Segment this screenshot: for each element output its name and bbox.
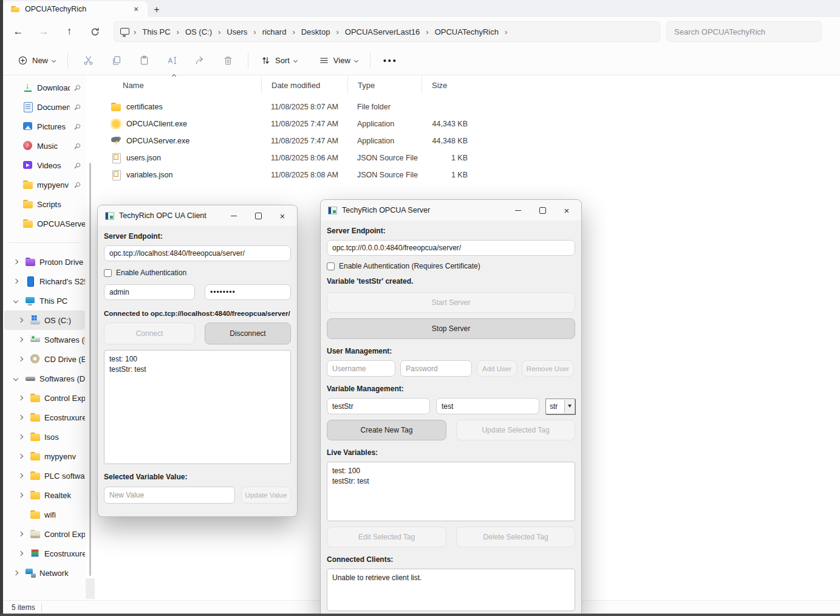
chevron-right-icon[interactable]	[13, 259, 18, 264]
column-header-date[interactable]: Date modified	[261, 77, 347, 94]
disconnect-button[interactable]: Disconnect	[205, 323, 291, 344]
file-row-users-json[interactable]: users.json 11/08/2025 8:06 AM JSON Sourc…	[95, 149, 840, 166]
chevron-right-icon[interactable]	[13, 279, 18, 284]
column-header-size[interactable]: Size	[422, 77, 474, 94]
password-field[interactable]	[400, 360, 472, 377]
sidebar-item-phone[interactable]: Richard's S25 Ult	[4, 272, 85, 291]
sidebar-item-ecostruxure-rar[interactable]: Ecostruxure_C	[4, 544, 85, 563]
copy-button[interactable]	[105, 50, 127, 71]
breadcrumb-os-c[interactable]: OS (C:)	[180, 26, 217, 38]
connect-button[interactable]: Connect	[104, 323, 195, 344]
sidebar-item-realtek[interactable]: Realtek	[4, 485, 85, 505]
chevron-right-icon[interactable]	[18, 473, 23, 478]
sidebar-item-mypyenv[interactable]: mypyenv	[4, 447, 85, 466]
close-button[interactable]: ×	[270, 207, 295, 224]
file-row-opcuaserver-exe[interactable]: OPCUAServer.exe 11/08/2025 7:47 AM Appli…	[95, 132, 840, 149]
breadcrumb-richard[interactable]: richard	[258, 26, 292, 38]
back-button[interactable]: ←	[8, 21, 29, 42]
client-variables-list[interactable]: test: 100 testStr: test	[104, 350, 291, 464]
more-options-button[interactable]: •••	[380, 50, 401, 71]
file-row-opcuaclient-exe[interactable]: OPCUAClient.exe 11/08/2025 7:47 AM Appli…	[95, 115, 840, 132]
sidebar-item-plc-software[interactable]: PLC software	[4, 466, 85, 485]
chevron-right-icon[interactable]	[18, 357, 23, 361]
chevron-right-icon[interactable]	[18, 434, 23, 439]
list-item[interactable]: test: 100	[109, 354, 285, 364]
search-box[interactable]	[666, 21, 822, 42]
tag-type-select[interactable]: str	[545, 399, 575, 414]
sidebar-item-proton-drive[interactable]: Proton Drive	[4, 252, 85, 272]
start-server-button[interactable]: Start Server	[327, 292, 575, 313]
sidebar-scrollbar-track[interactable]	[86, 578, 95, 599]
sidebar-item-network[interactable]: Network	[4, 563, 85, 583]
new-value-input[interactable]	[104, 487, 235, 504]
chevron-right-icon[interactable]	[18, 454, 23, 459]
update-tag-button[interactable]: Update Selected Tag	[456, 420, 575, 440]
edit-tag-button[interactable]: Edit Selected Tag	[327, 527, 446, 547]
maximize-button[interactable]	[246, 207, 270, 224]
explorer-tab[interactable]: OPCUATechyRich ×	[3, 1, 148, 17]
chevron-right-icon[interactable]	[18, 493, 23, 498]
breadcrumb-this-pc[interactable]: This PC	[137, 26, 175, 38]
chevron-right-icon[interactable]	[18, 395, 23, 400]
dropdown-arrow-icon[interactable]	[564, 400, 574, 413]
sidebar-item-videos[interactable]: Videos	[4, 156, 85, 175]
tab-close-icon[interactable]: ×	[131, 4, 142, 15]
rename-button[interactable]	[161, 50, 183, 71]
chevron-right-icon[interactable]	[18, 415, 23, 420]
create-tag-button[interactable]: Create New Tag	[327, 420, 446, 440]
sort-button[interactable]: Sort	[254, 52, 303, 69]
new-tab-button[interactable]: +	[148, 2, 166, 17]
delete-button[interactable]	[217, 50, 239, 71]
remove-user-button[interactable]: Remove User	[522, 360, 574, 377]
tag-name-input[interactable]	[327, 398, 430, 414]
maximize-button[interactable]	[530, 202, 555, 219]
server-auth-checkbox-row[interactable]: Enable Authentication (Requires Certific…	[327, 262, 575, 270]
sidebar-item-documents[interactable]: Documents	[4, 97, 85, 117]
file-row-variables-json[interactable]: variables.json 11/08/2025 8:08 AM JSON S…	[95, 166, 840, 183]
chevron-down-icon[interactable]	[13, 376, 18, 381]
search-input[interactable]	[674, 27, 814, 36]
sidebar-item-control-expert[interactable]: Control Expert	[4, 388, 85, 408]
live-variables-list[interactable]: test: 100 testStr: test	[327, 462, 575, 521]
sidebar-item-this-pc[interactable]: This PC	[4, 291, 85, 310]
chevron-right-icon[interactable]	[13, 570, 18, 575]
sidebar-item-pictures[interactable]: Pictures	[4, 117, 85, 136]
paste-button[interactable]	[133, 50, 155, 71]
sidebar-item-ecostruxure[interactable]: Ecostruxure_C	[4, 408, 85, 427]
sidebar-item-opcuaserverlast[interactable]: OPCUAServerLa	[4, 214, 85, 233]
forward-button[interactable]: →	[33, 21, 54, 42]
sidebar-item-wifi[interactable]: wifi	[4, 505, 85, 524]
tag-value-input[interactable]	[436, 398, 539, 414]
server-endpoint-input[interactable]	[327, 240, 575, 256]
username-field[interactable]	[327, 360, 395, 377]
minimize-button[interactable]	[506, 202, 530, 219]
update-value-button[interactable]: Update Value	[241, 487, 291, 504]
minimize-button[interactable]	[222, 207, 246, 224]
breadcrumb-desktop[interactable]: Desktop	[296, 26, 335, 38]
server-title-bar[interactable]: TechyRich OPCUA Server ×	[321, 200, 581, 221]
client-auth-checkbox-row[interactable]: Enable Authentication	[104, 269, 291, 277]
list-item[interactable]: testStr: test	[332, 476, 570, 487]
client-title-bar[interactable]: TechyRich OPC UA Client ×	[98, 205, 297, 226]
sidebar-item-music[interactable]: Music	[4, 136, 85, 156]
cut-button[interactable]	[77, 50, 99, 71]
sidebar-item-scripts[interactable]: Scripts	[4, 194, 85, 214]
list-item[interactable]: test: 100	[332, 466, 570, 476]
add-user-button[interactable]: Add User	[477, 360, 517, 377]
chevron-right-icon[interactable]	[18, 318, 23, 323]
stop-server-button[interactable]: Stop Server	[327, 318, 575, 339]
sidebar-item-softwares-d[interactable]: Softwares (D:)	[4, 330, 85, 349]
checkbox-icon[interactable]	[327, 262, 335, 270]
breadcrumb-opcuatechyrich[interactable]: OPCUATechyRich	[430, 26, 504, 38]
checkbox-icon[interactable]	[104, 269, 112, 277]
column-header-type[interactable]: Type	[347, 77, 422, 94]
share-button[interactable]	[189, 50, 211, 71]
delete-tag-button[interactable]: Delete Selected Tag	[456, 527, 575, 547]
breadcrumb-opcuaserverlast16[interactable]: OPCUAServerLast16	[340, 26, 425, 38]
column-header-name[interactable]: Name	[111, 77, 261, 94]
new-button[interactable]: New	[12, 52, 61, 69]
file-row-certificates[interactable]: certificates 11/08/2025 8:07 AM File fol…	[95, 98, 840, 115]
sidebar-item-control-expert-zip[interactable]: Control Expert	[4, 524, 85, 544]
list-item[interactable]: testStr: test	[109, 364, 285, 375]
sidebar-item-cd-drive[interactable]: CD Drive (E:)	[4, 349, 85, 369]
